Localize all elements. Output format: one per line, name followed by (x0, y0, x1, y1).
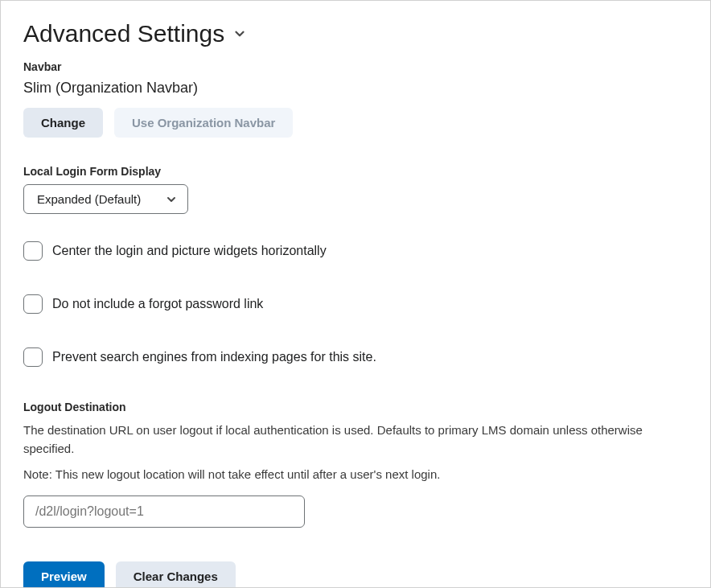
page-title-row[interactable]: Advanced Settings (23, 20, 688, 47)
logout-section-label: Logout Destination (23, 401, 688, 413)
logout-description: The destination URL on user logout if lo… (23, 421, 688, 458)
dropdown-selected-value: Expanded (Default) (37, 192, 141, 206)
change-navbar-button[interactable]: Change (23, 108, 103, 138)
use-org-navbar-button: Use Organization Navbar (114, 108, 293, 138)
prevent-indexing-checkbox-row: Prevent search engines from indexing pag… (23, 347, 688, 367)
forgot-password-checkbox-row: Do not include a forgot password link (23, 294, 688, 314)
settings-panel: Advanced Settings Navbar Slim (Organizat… (0, 0, 711, 588)
clear-changes-button[interactable]: Clear Changes (116, 561, 236, 589)
logout-url-input[interactable] (23, 495, 305, 528)
forgot-password-label[interactable]: Do not include a forgot password link (52, 297, 263, 311)
navbar-section-label: Navbar (23, 60, 688, 73)
login-form-display-dropdown[interactable]: Expanded (Default) (23, 184, 188, 214)
preview-button[interactable]: Preview (23, 561, 105, 589)
forgot-password-checkbox[interactable] (23, 294, 43, 314)
prevent-indexing-checkbox[interactable] (23, 347, 43, 367)
navbar-button-row: Change Use Organization Navbar (23, 108, 688, 138)
footer-button-row: Preview Clear Changes (23, 561, 688, 589)
center-login-checkbox[interactable] (23, 241, 43, 261)
logout-note: Note: This new logout location will not … (23, 466, 688, 484)
page-title: Advanced Settings (23, 20, 224, 47)
chevron-down-icon (232, 27, 247, 41)
center-login-label[interactable]: Center the login and picture widgets hor… (52, 244, 327, 258)
login-form-section-label: Local Login Form Display (23, 165, 688, 178)
prevent-indexing-label[interactable]: Prevent search engines from indexing pag… (52, 350, 376, 364)
chevron-down-icon (165, 193, 178, 206)
navbar-current-value: Slim (Organization Navbar) (23, 80, 688, 97)
center-login-checkbox-row: Center the login and picture widgets hor… (23, 241, 688, 261)
